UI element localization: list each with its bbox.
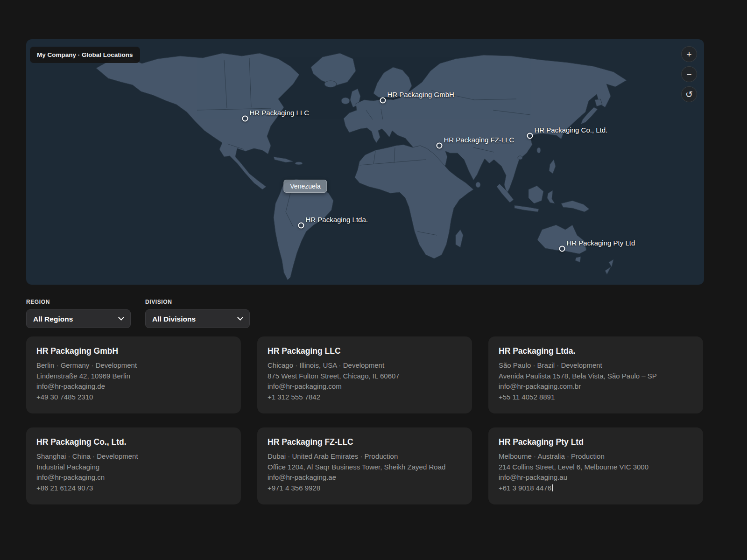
location-card-title: HR Packaging Ltda. xyxy=(499,346,693,356)
location-card-meta: Chicago · Illinois, USA · Development xyxy=(268,360,462,371)
reset-view-button[interactable]: ↺ xyxy=(681,86,697,102)
map-marker-label: HR Packaging FZ-LLC xyxy=(444,136,514,144)
map-controls: + − ↺ xyxy=(681,46,697,102)
map-marker-dot-icon xyxy=(242,116,248,122)
region-filter: REGION All Regions xyxy=(26,299,131,328)
location-card-email: info@hr-packaging.com.br xyxy=(499,381,693,392)
location-card-email: info@hr-packaging.au xyxy=(499,472,693,483)
location-card-address: Industrial Packaging xyxy=(36,462,231,473)
map-marker-label: HR Packaging LLC xyxy=(250,109,310,117)
location-card: HR Packaging Co., Ltd. Shanghai · China … xyxy=(26,427,241,504)
map-marker-label: HR Packaging Ltda. xyxy=(306,216,368,224)
zoom-out-button[interactable]: − xyxy=(681,66,697,82)
region-select[interactable]: All Regions xyxy=(26,309,131,328)
map-marker[interactable]: HR Packaging Ltda. xyxy=(298,223,304,229)
location-card: HR Packaging FZ-LLC Dubai · United Arab … xyxy=(257,427,472,504)
world-map-panel[interactable]: My Company · Global Locations + − ↺ Vene… xyxy=(26,39,704,285)
map-marker[interactable]: HR Packaging FZ-LLC xyxy=(437,143,443,149)
location-cards-grid: HR Packaging GmbH Berlin · Germany · Dev… xyxy=(26,336,704,504)
location-card-title: HR Packaging FZ-LLC xyxy=(268,437,462,447)
location-card-email: info@hr-packaging.com xyxy=(268,381,462,392)
map-marker-label: HR Packaging Pty Ltd xyxy=(567,239,635,247)
location-card-email: info@hr-packaging.cn xyxy=(36,472,231,483)
map-marker-label: HR Packaging GmbH xyxy=(388,91,454,98)
map-marker-dot-icon xyxy=(380,98,386,104)
location-card-address: Office 1204, Al Saqr Business Tower, She… xyxy=(268,462,462,473)
location-card-phone: +1 312 555 7842 xyxy=(268,392,462,403)
location-card-title: HR Packaging GmbH xyxy=(36,346,231,356)
map-marker-dot-icon xyxy=(559,246,565,252)
map-marker-label: HR Packaging Co., Ltd. xyxy=(535,126,608,134)
location-card: HR Packaging LLC Chicago · Illinois, USA… xyxy=(257,336,472,413)
location-card-address: 214 Collins Street, Level 6, Melbourne V… xyxy=(499,462,693,473)
map-overlay: Venezuela HR Packaging LLC HR Packaging … xyxy=(26,39,704,285)
division-filter-label: DIVISION xyxy=(145,299,250,305)
region-filter-label: REGION xyxy=(26,299,131,305)
location-card-address: 875 West Fulton Street, Chicago, IL 6060… xyxy=(268,371,462,382)
map-marker[interactable]: HR Packaging LLC xyxy=(242,116,248,122)
zoom-in-button[interactable]: + xyxy=(681,46,697,62)
location-card-address: Lindenstraße 42, 10969 Berlin xyxy=(36,371,231,382)
location-card-title: HR Packaging Pty Ltd xyxy=(499,437,693,447)
location-card-address: Avenida Paulista 1578, Bela Vista, São P… xyxy=(499,371,693,382)
location-card: HR Packaging GmbH Berlin · Germany · Dev… xyxy=(26,336,241,413)
map-marker[interactable]: HR Packaging GmbH xyxy=(380,98,386,104)
location-card-title: HR Packaging LLC xyxy=(268,346,462,356)
map-marker-dot-icon xyxy=(527,133,533,139)
location-card-meta: Berlin · Germany · Development xyxy=(36,360,231,371)
map-marker[interactable]: HR Packaging Pty Ltd xyxy=(559,246,565,252)
location-card-phone: +86 21 6124 9073 xyxy=(36,483,231,494)
map-title-badge: My Company · Global Locations xyxy=(30,47,140,63)
location-card-phone: +49 30 7485 2310 xyxy=(36,392,231,403)
map-marker[interactable]: HR Packaging Co., Ltd. xyxy=(527,133,533,139)
text-cursor xyxy=(552,484,553,491)
location-card: HR Packaging Pty Ltd Melbourne · Austral… xyxy=(488,427,703,504)
location-card-phone: +971 4 356 9928 xyxy=(268,483,462,494)
map-marker-dot-icon xyxy=(437,143,443,149)
location-card-phone: +61 3 9018 4476 xyxy=(499,483,693,494)
location-card: HR Packaging Ltda. São Paulo · Brazil · … xyxy=(488,336,703,413)
page: My Company · Global Locations + − ↺ Vene… xyxy=(0,0,704,504)
location-card-email: info@hr-packaging.de xyxy=(36,381,231,392)
filters-bar: REGION All Regions DIVISION All Division… xyxy=(26,299,704,328)
location-card-phone: +55 11 4052 8891 xyxy=(499,392,693,403)
location-card-email: info@hr-packaging.ae xyxy=(268,472,462,483)
location-card-title: HR Packaging Co., Ltd. xyxy=(36,437,231,447)
map-marker-dot-icon xyxy=(298,223,304,229)
division-filter: DIVISION All Divisions xyxy=(145,299,250,328)
location-card-meta: Dubai · United Arab Emirates · Productio… xyxy=(268,451,462,462)
location-card-meta: São Paulo · Brazil · Development xyxy=(499,360,693,371)
location-card-meta: Melbourne · Australia · Production xyxy=(499,451,693,462)
map-tooltip: Venezuela xyxy=(283,180,327,193)
location-card-meta: Shanghai · China · Development xyxy=(36,451,231,462)
division-select[interactable]: All Divisions xyxy=(145,309,250,328)
